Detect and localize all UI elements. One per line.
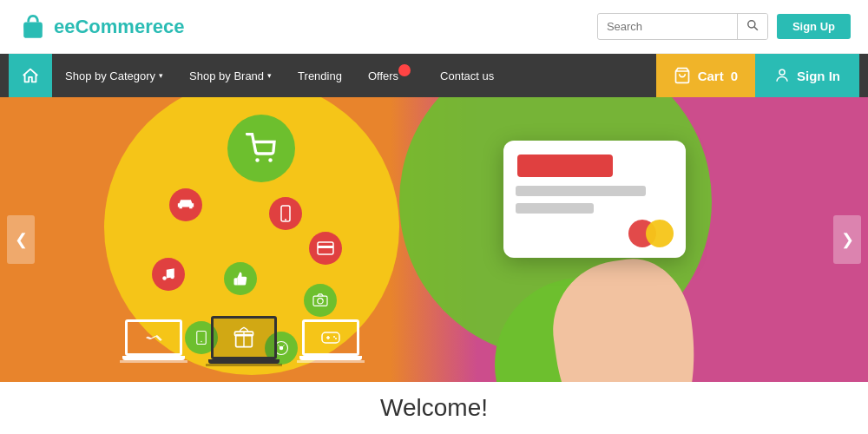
svg-rect-13 bbox=[313, 296, 327, 306]
svg-point-16 bbox=[201, 341, 202, 343]
chevron-down-icon: ▾ bbox=[267, 71, 272, 80]
user-icon bbox=[774, 68, 790, 83]
cart-circle-icon bbox=[246, 133, 277, 164]
cart-button[interactable]: Cart 0 bbox=[656, 54, 755, 97]
nav-bar: Shop by Category ▾ Shop by Brand ▾ Trend… bbox=[0, 54, 868, 97]
nav-shop-by-category[interactable]: Shop by Category ▾ bbox=[52, 54, 176, 97]
laptop-screen-right bbox=[302, 319, 359, 356]
welcome-heading: Welcome! bbox=[380, 394, 488, 422]
cart-icon bbox=[674, 67, 691, 84]
car-bubble bbox=[169, 188, 202, 221]
svg-rect-21 bbox=[322, 332, 339, 343]
mc-yellow-circle bbox=[646, 220, 674, 247]
svg-point-2 bbox=[748, 21, 755, 28]
home-icon bbox=[21, 66, 40, 85]
card-line-1 bbox=[516, 186, 646, 196]
plane-icon bbox=[143, 329, 164, 346]
welcome-section: Welcome! bbox=[0, 382, 868, 434]
like-bubble bbox=[224, 262, 257, 295]
credit-card bbox=[503, 141, 686, 258]
svg-point-8 bbox=[285, 219, 286, 220]
nav-home-button[interactable] bbox=[9, 54, 52, 97]
music-bubble bbox=[152, 258, 185, 291]
logo: eeCommerece bbox=[17, 11, 184, 43]
gamepad-icon bbox=[320, 330, 341, 345]
car-icon bbox=[177, 196, 194, 214]
svg-point-6 bbox=[268, 158, 273, 162]
laptop-center bbox=[206, 316, 282, 366]
camera-bubble bbox=[304, 284, 337, 317]
music-icon bbox=[161, 266, 176, 282]
svg-point-23 bbox=[335, 338, 337, 339]
logo-icon bbox=[17, 11, 49, 43]
gift-icon bbox=[232, 326, 256, 350]
card-chip bbox=[517, 155, 613, 177]
offers-badge bbox=[398, 64, 411, 76]
thumbs-up-icon bbox=[233, 271, 248, 286]
laptop-screen-left bbox=[125, 319, 182, 356]
top-right-area: Sign Up bbox=[597, 13, 851, 40]
svg-point-5 bbox=[255, 158, 260, 162]
card-icon bbox=[317, 241, 334, 255]
mastercard-logo bbox=[628, 220, 674, 247]
laptop-right bbox=[297, 319, 365, 363]
search-icon bbox=[746, 19, 759, 31]
chevron-down-icon: ▾ bbox=[159, 71, 163, 80]
search-button[interactable] bbox=[737, 14, 767, 39]
svg-line-3 bbox=[754, 27, 758, 30]
svg-point-12 bbox=[170, 275, 174, 279]
nav-trending[interactable]: Trending bbox=[285, 54, 355, 97]
svg-rect-10 bbox=[318, 246, 333, 248]
nav-contact-us[interactable]: Contact us bbox=[427, 54, 507, 97]
hero-prev-button[interactable]: ❮ bbox=[7, 215, 35, 264]
phone-bubble bbox=[269, 197, 302, 230]
camera-icon bbox=[312, 293, 329, 307]
svg-point-14 bbox=[318, 299, 323, 304]
hero-next-button[interactable]: ❯ bbox=[833, 215, 861, 264]
card-bubble bbox=[309, 232, 342, 265]
top-bar: eeCommerece Sign Up bbox=[0, 0, 868, 54]
nav-offers[interactable]: Offers bbox=[355, 54, 427, 97]
logo-text: eeCommerece bbox=[54, 16, 184, 38]
cart-circle bbox=[227, 115, 295, 182]
laptop-screen-center bbox=[211, 316, 277, 359]
laptop-left bbox=[120, 319, 187, 363]
signin-button[interactable]: Sign In bbox=[755, 54, 859, 97]
signup-button[interactable]: Sign Up bbox=[777, 14, 851, 39]
search-input[interactable] bbox=[598, 15, 737, 38]
hero-section: ❮ ❯ bbox=[0, 97, 868, 382]
svg-point-4 bbox=[779, 69, 785, 75]
search-bar bbox=[597, 13, 768, 40]
cart-count: 0 bbox=[731, 69, 738, 83]
svg-point-11 bbox=[162, 276, 167, 280]
card-line-2 bbox=[516, 203, 594, 214]
svg-point-22 bbox=[333, 336, 335, 338]
nav-shop-by-brand[interactable]: Shop by Brand ▾ bbox=[176, 54, 285, 97]
phone-icon bbox=[279, 205, 293, 222]
